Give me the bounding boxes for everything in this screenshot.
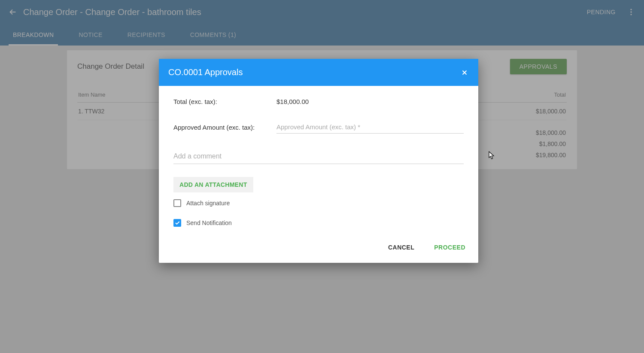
close-icon	[461, 69, 468, 76]
modal-close-button[interactable]	[460, 68, 469, 77]
send-notification-checkbox[interactable]	[173, 219, 181, 227]
send-notification-label: Send Notification	[186, 219, 232, 226]
modal-title: CO.0001 Approvals	[168, 67, 243, 77]
total-value: $18,000.00	[276, 98, 309, 105]
modal-header: CO.0001 Approvals	[159, 59, 478, 86]
proceed-button[interactable]: PROCEED	[431, 241, 469, 253]
approved-amount-label: Approved Amount (exc. tax):	[173, 124, 276, 131]
attach-signature-label: Attach signature	[186, 200, 230, 207]
attach-signature-checkbox[interactable]	[173, 199, 181, 207]
cancel-button[interactable]: CANCEL	[385, 241, 418, 253]
comment-input[interactable]	[173, 149, 464, 164]
approvals-modal: CO.0001 Approvals Total (exc. tax): $18,…	[159, 59, 478, 263]
total-label: Total (exc. tax):	[173, 98, 276, 105]
approved-amount-input[interactable]	[276, 121, 464, 134]
check-icon	[174, 220, 180, 226]
add-attachment-button[interactable]: ADD AN ATTACHMENT	[173, 177, 253, 192]
